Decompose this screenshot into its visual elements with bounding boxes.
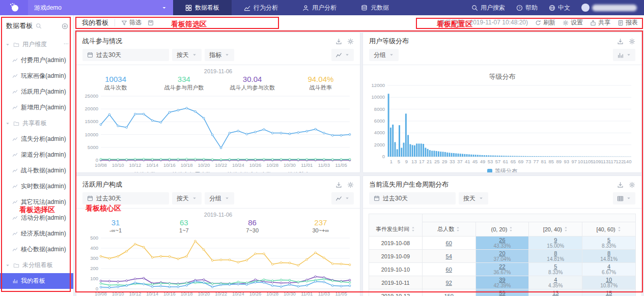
table-header-[40, 60)[interactable]: [40, 60) — [582, 222, 636, 236]
bucket-count-link[interactable]: 22 — [499, 263, 505, 270]
total-link[interactable]: 92 — [446, 280, 452, 286]
bucket-count-link[interactable]: 4 — [554, 277, 557, 283]
bucket-count-link[interactable]: 5 — [607, 237, 610, 243]
date-range-picker[interactable]: 过去30天 — [369, 192, 456, 204]
total-link[interactable]: 60 — [446, 267, 452, 273]
chart-type-selector[interactable] — [613, 49, 635, 61]
sidebar-item-活动分析(admin)[interactable]: 活动分析(admin) — [0, 210, 73, 226]
bucket-count-link[interactable]: 20 — [499, 250, 505, 256]
gear-icon[interactable] — [347, 182, 354, 188]
table-row: 2019-10-08602643.33%915.00%58.33% — [369, 236, 636, 250]
bucket-count-link[interactable]: 26 — [499, 237, 505, 243]
navbar-帮助[interactable]: ?帮助 — [516, 4, 538, 12]
select-按天[interactable]: 按天 — [172, 192, 202, 204]
sidebar-item-核心数据(admin)[interactable]: 核心数据(admin) — [0, 242, 73, 257]
project-selector[interactable]: 游戏demo — [28, 0, 173, 15]
table-header-[20, 40)[interactable]: [20, 40) — [529, 222, 582, 236]
table-header-总人数[interactable]: 总人数 — [422, 222, 475, 236]
export-icon[interactable] — [335, 182, 342, 188]
bucket-count-link[interactable]: 4 — [607, 263, 610, 270]
chart-type-selector[interactable] — [331, 49, 354, 61]
sidebar-item-其它玩法(admin)[interactable]: 其它玩法(admin) — [0, 194, 73, 210]
legend-item[interactable]: 战斗参与用户数 — [164, 171, 211, 173]
bucket-count-link[interactable]: 15 — [606, 290, 612, 296]
bucket-count-link[interactable]: 10 — [606, 277, 612, 283]
nav-item-用户分析[interactable]: 用户分析 — [290, 0, 349, 15]
legend-item[interactable]: 战斗人均参与次数 — [219, 171, 272, 173]
sidebar-item-渠道分析(admin)[interactable]: 渠道分析(admin) — [0, 147, 73, 163]
stat-label: 战斗次数 — [81, 84, 150, 92]
sidebar-item-经济系统(admin)[interactable]: 经济系统(admin) — [0, 226, 73, 242]
select-指标[interactable]: 指标 — [205, 49, 234, 61]
legend-item[interactable]: 战斗胜率 — [280, 171, 310, 173]
legend-item[interactable]: 战斗次数 — [126, 171, 156, 173]
nav-item-元数据[interactable]: 元数据 — [349, 0, 401, 15]
gear-icon[interactable] — [347, 38, 354, 45]
tree-group-用户维度[interactable]: 用户维度 — [0, 37, 73, 52]
bucket-count-link[interactable]: 8 — [607, 250, 610, 256]
gear-icon[interactable] — [629, 38, 635, 45]
search-icon[interactable] — [36, 23, 42, 29]
bucket-count-link[interactable]: 59 — [499, 290, 505, 296]
select-按天[interactable]: 按天 — [172, 49, 202, 61]
navbar-right: 用户搜索?帮助中文 — [471, 0, 644, 15]
cell-bucket: 2643.33% — [475, 236, 529, 250]
刷新-button[interactable]: 刷新 — [535, 18, 555, 27]
bucket-count-link[interactable]: 8 — [554, 250, 557, 256]
报表-button[interactable]: 报表 — [618, 18, 638, 27]
date-range-picker[interactable]: 过去30天 — [82, 49, 169, 61]
chart-type-selector[interactable] — [613, 192, 635, 204]
svg-text:10/30: 10/30 — [284, 162, 296, 168]
total-link[interactable]: 60 — [446, 240, 452, 246]
bucket-count-link[interactable]: 39 — [499, 277, 505, 283]
sidebar-item-战斗数据(admin)[interactable]: 战斗数据(admin) — [0, 163, 73, 179]
nav-item-数据看板[interactable]: 数据看板 — [173, 0, 232, 15]
sidebar-item-流失分析(admin)[interactable]: 流失分析(admin) — [0, 131, 73, 147]
gear-icon[interactable] — [629, 182, 635, 188]
设置-button[interactable]: 设置 — [563, 18, 583, 27]
tree-group-未分组看板[interactable]: 未分组看板 — [0, 257, 73, 273]
select-value: 指标 — [209, 51, 221, 60]
sidebar-title: 数据看板 — [6, 21, 33, 31]
legend-item[interactable]: 等级分布 — [487, 167, 517, 173]
sidebar-item-我的看板[interactable]: 我的看板 — [0, 273, 73, 289]
date-range-picker[interactable]: 过去30天 — [82, 192, 169, 204]
navbar-中文[interactable]: 中文 — [549, 4, 570, 12]
sidebar-item-实时数据(admin)[interactable]: 实时数据(admin) — [0, 179, 73, 194]
table-header-事件发生时间[interactable]: 事件发生时间 — [369, 222, 423, 236]
svg-text:10/14: 10/14 — [146, 162, 158, 168]
tree-group-共享看板[interactable]: 共享看板 — [0, 115, 73, 131]
panel-churn-lifecycle-table: 当前流失用户生命周期分布过去30天按天事件发生时间总人数(0, 20)[20, … — [362, 175, 642, 296]
table-header-(0, 20)[interactable]: (0, 20) — [475, 222, 529, 236]
line-chart: 010020030040050010/0810/1010/1210/1410/1… — [81, 235, 355, 296]
table-row: 2019-10-121505939.33%138.67%1510.00% — [369, 289, 636, 296]
filter-button[interactable]: 筛选 — [121, 18, 142, 27]
sidebar-item-玩家画像(admin)[interactable]: 玩家画像(admin) — [0, 68, 73, 84]
select-value: 按天 — [177, 194, 189, 203]
bucket-count-link[interactable]: 13 — [552, 290, 558, 296]
more-icon[interactable] — [63, 41, 69, 48]
select-分组[interactable]: 分组 — [369, 49, 399, 61]
export-icon[interactable] — [617, 38, 624, 45]
sidebar-item-活跃用户(admin)[interactable]: 活跃用户(admin) — [0, 84, 73, 100]
sidebar-item-付费用户(admin)[interactable]: 付费用户(admin) — [0, 52, 73, 68]
add-dashboard-icon[interactable] — [62, 23, 68, 29]
total-link[interactable]: 54 — [446, 253, 452, 259]
export-icon[interactable] — [617, 182, 624, 188]
save-filter-button[interactable] — [148, 20, 154, 26]
user-menu[interactable] — [581, 4, 637, 12]
total-link[interactable]: 150 — [444, 293, 454, 296]
sidebar-item-新增用户(admin)[interactable]: 新增用户(admin) — [0, 100, 73, 115]
nav-item-行为分析[interactable]: 行为分析 — [232, 0, 290, 15]
select-分组[interactable]: 分组 — [205, 192, 234, 204]
stat-战斗胜率: 94.04%战斗胜率 — [287, 75, 355, 92]
navbar-用户搜索[interactable]: 用户搜索 — [471, 4, 505, 12]
bucket-percent: 36.67% — [477, 270, 528, 275]
chart-type-selector[interactable] — [331, 192, 354, 204]
export-icon[interactable] — [335, 38, 342, 45]
bucket-count-link[interactable]: 5 — [554, 263, 557, 270]
bucket-count-link[interactable]: 9 — [554, 237, 557, 243]
select-按天[interactable]: 按天 — [459, 192, 488, 204]
cell-total: 60 — [422, 263, 475, 276]
共享-button[interactable]: 共享 — [590, 18, 610, 27]
